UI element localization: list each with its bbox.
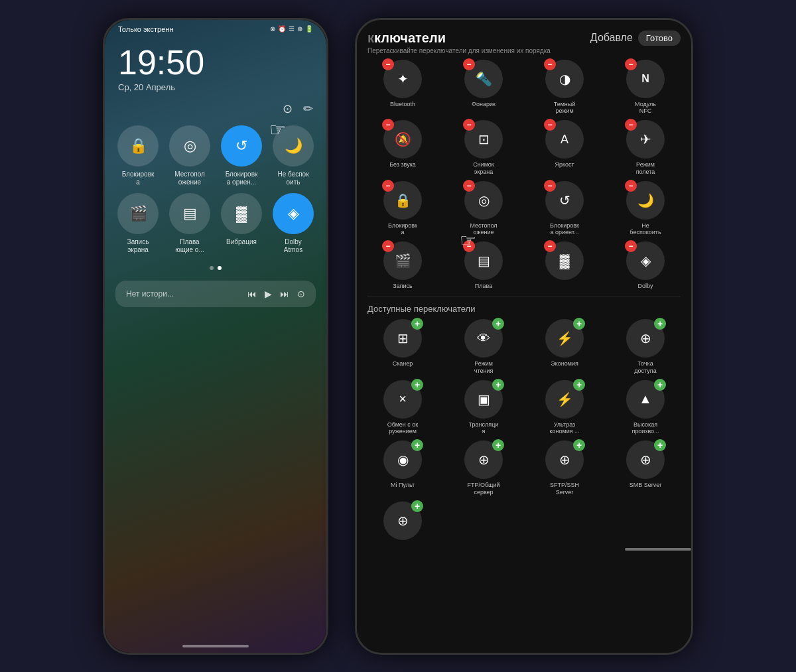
add-badge-miremote[interactable]: +: [411, 439, 423, 451]
add-badge-sftp[interactable]: +: [573, 439, 585, 451]
tile-btn-vibration[interactable]: ▓: [221, 193, 262, 234]
available-tile-highperf[interactable]: + ▲ Высокаяпроизво...: [608, 380, 683, 436]
right-tile-btn-darkmode[interactable]: − ◑: [545, 60, 584, 98]
available-tile-btn-highperf[interactable]: + ▲: [626, 380, 665, 419]
add-badge-cast[interactable]: +: [492, 379, 504, 391]
available-tile-hotspot[interactable]: + ⊕ Точкадоступа: [608, 319, 683, 375]
available-tile-btn-smb[interactable]: + ⊕: [626, 440, 665, 479]
right-tile-btn-dnd[interactable]: − 🌙: [626, 181, 665, 220]
remove-badge-record[interactable]: −: [382, 240, 394, 252]
available-tile-btn-cast[interactable]: + ▣: [464, 380, 503, 419]
tile-btn-float[interactable]: ▤: [169, 193, 210, 234]
tile-btn-dolby[interactable]: ◈: [273, 193, 314, 234]
tile-dolby[interactable]: ◈ DolbyAtmos: [271, 193, 316, 254]
tile-btn-dnd[interactable]: 🌙 ☞: [273, 125, 314, 167]
available-tile-sftp[interactable]: + ⊕ SFTP/SSHServer: [527, 440, 602, 496]
prev-button[interactable]: ⏮: [247, 289, 257, 299]
remove-badge-vibration[interactable]: −: [544, 240, 556, 252]
tile-vibration[interactable]: ▓ Вибрация: [219, 193, 264, 254]
available-tile-nfcshare[interactable]: + × Обмен с окружением: [365, 380, 440, 436]
right-tile-btn-airplane[interactable]: − ✈: [626, 120, 665, 159]
right-tile-btn-brightness[interactable]: − A: [545, 120, 584, 159]
available-tile-cast[interactable]: + ▣ Трансляция: [446, 380, 521, 436]
remove-badge-screenshot[interactable]: −: [463, 119, 475, 131]
available-tile-reading[interactable]: + 👁 Режимчтения: [446, 319, 521, 375]
right-tile-silent[interactable]: − 🔕 Без звука: [365, 120, 440, 176]
available-tile-ftp[interactable]: + ⊕ FTP/Общийсервер: [446, 440, 521, 496]
right-tile-btn-flashlight[interactable]: − 🔦: [464, 60, 503, 98]
remove-badge-rotation[interactable]: −: [544, 180, 556, 192]
add-badge-scanner[interactable]: +: [411, 318, 423, 330]
right-tile-vibration[interactable]: − ▓: [527, 241, 602, 290]
right-tile-lock[interactable]: − 🔒 Блокировка: [365, 181, 440, 237]
tile-btn-record[interactable]: 🎬: [117, 193, 159, 234]
cast-icon[interactable]: ⊙: [297, 289, 305, 299]
tile-float[interactable]: ▤ Плавающие о...: [167, 193, 212, 254]
right-tile-btn-rotation[interactable]: − ↺: [545, 181, 584, 220]
tile-rotation[interactable]: ↺ Блокировка ориен...: [219, 125, 264, 186]
right-tile-btn-nfc[interactable]: − N: [626, 60, 665, 98]
tile-lock[interactable]: 🔒 Блокировка: [115, 125, 161, 186]
tile-btn-rotation[interactable]: ↺: [221, 125, 262, 167]
edit-icon[interactable]: ✏: [303, 101, 313, 116]
right-tile-btn-float[interactable]: − ▤: [464, 241, 503, 280]
right-tile-btn-lock[interactable]: − 🔒: [383, 181, 422, 220]
right-tile-nfc[interactable]: − N МодульNFC: [608, 60, 683, 115]
right-tile-btn-vibration[interactable]: − ▓: [545, 241, 584, 280]
right-tile-btn-screenshot[interactable]: − ⊡: [464, 120, 503, 159]
available-tile-btn-reading[interactable]: + 👁: [464, 319, 503, 358]
tile-btn-lock[interactable]: 🔒: [117, 125, 159, 167]
right-tile-dolby[interactable]: − ◈ Dolby: [608, 241, 683, 290]
add-badge-ftp[interactable]: +: [492, 439, 504, 451]
available-tile-btn-miremote[interactable]: + ◉: [383, 440, 422, 479]
add-badge-nfcshare[interactable]: +: [411, 379, 423, 391]
tile-location[interactable]: ◎ Местоположение: [167, 125, 212, 186]
right-tile-dnd[interactable]: − 🌙 Небеспокоить: [608, 181, 683, 237]
remove-badge-silent[interactable]: −: [382, 119, 394, 131]
available-tile-btn-nfcshare[interactable]: + ×: [383, 380, 422, 419]
right-tile-darkmode[interactable]: − ◑ Темныйрежим: [527, 60, 602, 115]
remove-badge-airplane[interactable]: −: [625, 119, 637, 131]
add-badge-highperf[interactable]: +: [654, 379, 666, 391]
tile-dnd[interactable]: 🌙 ☞ Не беспокоить: [271, 125, 316, 186]
remove-badge-bluetooth[interactable]: −: [382, 58, 394, 70]
remove-badge-nfc[interactable]: −: [625, 58, 637, 70]
right-tile-airplane[interactable]: − ✈ Режимполета: [608, 120, 683, 176]
right-tile-btn-bluetooth[interactable]: − ✦: [383, 60, 422, 98]
right-tile-btn-record[interactable]: − 🎬: [383, 241, 422, 280]
remove-badge-float[interactable]: −: [463, 240, 475, 252]
done-button[interactable]: Готово: [638, 31, 681, 46]
remove-badge-darkmode[interactable]: −: [544, 58, 556, 70]
remove-badge-lock[interactable]: −: [382, 180, 394, 192]
remove-badge-dnd[interactable]: −: [625, 180, 637, 192]
right-tile-btn-dolby[interactable]: − ◈: [626, 241, 665, 280]
media-player[interactable]: Нет истори... ⏮ ▶ ⏭ ⊙: [115, 281, 316, 307]
available-tile-extra[interactable]: + ⊕: [365, 502, 440, 543]
add-badge-ultraeco[interactable]: +: [573, 379, 585, 391]
available-tile-btn-ftp[interactable]: + ⊕: [464, 440, 503, 479]
available-tile-miremote[interactable]: + ◉ Mi Пульт: [365, 440, 440, 496]
add-badge-reading[interactable]: +: [492, 318, 504, 330]
play-button[interactable]: ▶: [265, 289, 272, 299]
available-tile-economy[interactable]: + ⚡ Экономия: [527, 319, 602, 375]
available-tile-btn-extra[interactable]: + ⊕: [383, 502, 422, 540]
remove-badge-flashlight[interactable]: −: [463, 58, 475, 70]
right-tile-rotation[interactable]: − ↺ Блокировка ориент...: [527, 181, 602, 237]
right-tile-bluetooth[interactable]: − ✦ Bluetooth: [365, 60, 440, 115]
remove-badge-dolby[interactable]: −: [625, 240, 637, 252]
right-tile-screenshot[interactable]: − ⊡ Снимокэкрана: [446, 120, 521, 176]
available-tile-btn-scanner[interactable]: + ⊞: [383, 319, 422, 358]
right-tile-btn-location[interactable]: − ◎: [464, 181, 503, 220]
available-tile-smb[interactable]: + ⊕ SMB Server: [608, 440, 683, 496]
remove-badge-brightness[interactable]: −: [544, 119, 556, 131]
right-tile-float[interactable]: − ▤ Плава: [446, 241, 521, 290]
right-tile-location[interactable]: − ◎ Местоположение: [446, 181, 521, 237]
available-tile-btn-ultraeco[interactable]: + ⚡: [545, 380, 584, 419]
add-badge-extra[interactable]: +: [411, 500, 423, 512]
brightness-icon[interactable]: ⊙: [283, 101, 293, 116]
available-tile-btn-hotspot[interactable]: + ⊕: [626, 319, 665, 358]
right-tile-record[interactable]: − 🎬 Запись: [365, 241, 440, 290]
available-tile-ultraeco[interactable]: + ⚡ Ультразкономия ...: [527, 380, 602, 436]
available-tile-btn-sftp[interactable]: + ⊕: [545, 440, 584, 479]
available-tile-scanner[interactable]: + ⊞ Сканер: [365, 319, 440, 375]
